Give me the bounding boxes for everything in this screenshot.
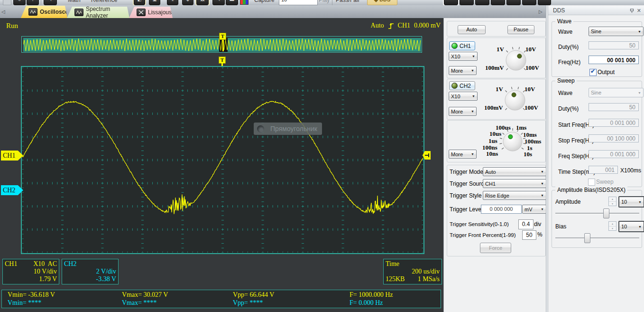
toolbar-play-button[interactable]: Play bbox=[319, 0, 330, 4]
ch2-probe-select[interactable]: X10▼ bbox=[449, 92, 478, 101]
ch1-probe-select[interactable]: X10▼ bbox=[449, 52, 478, 61]
bias-slider-track[interactable] bbox=[555, 237, 639, 239]
ch2-position-marker[interactable]: CH2 bbox=[1, 185, 23, 195]
toolbar-color-icon[interactable] bbox=[240, 0, 248, 5]
toolbar-button-pointer-icon[interactable]: ↖ bbox=[44, 0, 57, 5]
chevron-down-icon: ▼ bbox=[541, 194, 544, 197]
scope-waveform bbox=[22, 67, 423, 253]
toolbar-right-button-1[interactable] bbox=[444, 0, 458, 5]
amplitude-slider-track[interactable] bbox=[555, 213, 639, 214]
trigger-sensitivity-input[interactable]: 0.4 bbox=[518, 219, 534, 229]
ch1-enable-button[interactable]: CH1 bbox=[449, 41, 475, 50]
toolbar-button-minus-icon[interactable]: ▬ bbox=[226, 0, 238, 5]
toolbar-right-button-6[interactable] bbox=[522, 0, 536, 5]
dds-amp-bias-legend: Amplitude Bias(ISDS205X) bbox=[555, 187, 627, 193]
sweep-enable-checkbox[interactable]: ✔ bbox=[588, 179, 595, 186]
dds-output-checkbox[interactable]: ✔ bbox=[589, 69, 597, 76]
toolbar-button-save-icon[interactable]: ◈ bbox=[182, 0, 193, 5]
trigger-front-input[interactable]: 50 bbox=[522, 230, 536, 240]
toolbar-right-button-4[interactable] bbox=[491, 0, 505, 5]
spinner-down-icon[interactable]: ▼ bbox=[609, 227, 616, 231]
preview-trigger-marker[interactable]: T bbox=[219, 33, 226, 40]
tab-spectrum-analyzer[interactable]: Spectrum Analyzer bbox=[67, 7, 129, 18]
chevron-down-icon: ▼ bbox=[638, 200, 642, 204]
tab-lissajous[interactable]: Lissajous bbox=[129, 7, 173, 18]
spinner-up-icon[interactable]: ▲ bbox=[609, 197, 616, 202]
amplitude-slider-thumb[interactable] bbox=[603, 208, 609, 218]
trigger-mode-select[interactable]: Auto▼ bbox=[483, 167, 546, 176]
pin-icon[interactable] bbox=[630, 9, 634, 13]
toolbar-button-image-icon[interactable]: 🖼 bbox=[196, 0, 209, 5]
chevron-down-icon: ▼ bbox=[471, 69, 474, 72]
sweep-time-step-input[interactable]: 001 bbox=[589, 166, 618, 174]
dds-wave-select[interactable]: Sine▼ bbox=[589, 27, 644, 36]
chevron-down-icon: ▼ bbox=[638, 225, 642, 228]
toolbar-pass-fail-button[interactable]: Pass/Fail bbox=[336, 0, 359, 4]
toolbar-right-button-3[interactable] bbox=[475, 0, 489, 5]
trigger-style-select[interactable]: Rise Edge▼ bbox=[483, 191, 546, 200]
sweep-start-input[interactable]: 0 001 000 bbox=[589, 119, 639, 127]
sweep-stop-input[interactable]: 00 100 000 bbox=[589, 134, 639, 142]
toolbar-dds-button[interactable]: ◆ DDS bbox=[367, 0, 397, 5]
toolbar-button[interactable] bbox=[3, 0, 11, 5]
ch2-volts-div-knob[interactable] bbox=[500, 85, 530, 115]
toolbar-button-window-icon[interactable]: ▣ bbox=[149, 0, 160, 5]
spinner-down-icon[interactable]: ▼ bbox=[609, 202, 616, 206]
sweep-step-input[interactable]: 0 001 000 bbox=[589, 150, 639, 158]
ch1-info-scale: 10 V/div bbox=[5, 268, 57, 275]
toolbar-button-select-icon[interactable]: ↖ bbox=[212, 0, 225, 5]
toolbar-button-export-icon[interactable]: ↥ bbox=[167, 0, 178, 5]
sweep-wave-value: Sine bbox=[591, 90, 601, 95]
dds-panel-header[interactable]: DDS ✕ bbox=[548, 6, 644, 15]
force-button[interactable]: Force bbox=[480, 243, 511, 253]
ch2-enable-button[interactable]: CH2 bbox=[449, 81, 475, 90]
dds-duty-input[interactable]: 50 bbox=[589, 41, 639, 49]
sweep-duty-input[interactable]: 50 bbox=[589, 103, 639, 111]
sweep-wave-label: Wave bbox=[558, 90, 572, 96]
bias-slider-thumb[interactable] bbox=[584, 233, 590, 243]
toolbar-button-cursor-icon[interactable]: ↕ bbox=[27, 0, 39, 5]
toolbar-right-button-7[interactable] bbox=[538, 0, 551, 5]
sweep-wave-select[interactable]: Sine▼ bbox=[589, 88, 644, 97]
toolbar-button-display-icon[interactable]: ◧ bbox=[134, 0, 145, 5]
dds-freq-input[interactable]: 00 001 000 bbox=[589, 56, 639, 64]
tab-scroll-left-icon[interactable]: ◁ bbox=[1, 5, 5, 18]
bias-value: 10 bbox=[621, 224, 627, 229]
ch1-position-marker[interactable]: CH1 bbox=[1, 151, 23, 161]
ch2-more-label: More bbox=[451, 109, 463, 114]
ch1-volts-div-knob[interactable] bbox=[501, 45, 531, 76]
chevron-down-icon: ▼ bbox=[472, 95, 475, 98]
auto-button[interactable]: Auto bbox=[458, 25, 486, 34]
tab-oscilloscope[interactable]: Oscilloscope bbox=[21, 6, 67, 18]
pause-button[interactable]: Pause bbox=[507, 25, 534, 34]
spinner-up-icon[interactable]: ▲ bbox=[609, 222, 616, 227]
toolbar-right-button-5[interactable] bbox=[506, 0, 521, 5]
trigger-level-unit-select[interactable]: mV▼ bbox=[522, 205, 546, 214]
ch1-more-button[interactable]: More▼ bbox=[449, 66, 477, 75]
trigger-sensitivity-label: Trigger Sensitivity(0-1.0) bbox=[450, 221, 509, 227]
meas-ch2-freq: F= 0.000 Hz bbox=[350, 299, 383, 307]
time-info-scale: 200 us/div bbox=[386, 268, 440, 275]
time-div-knob[interactable] bbox=[497, 126, 528, 157]
time-more-button[interactable]: More▼ bbox=[449, 150, 477, 159]
toolbar-math-menu[interactable]: Math bbox=[68, 0, 81, 4]
trigger-source-select[interactable]: CH1▼ bbox=[483, 179, 546, 188]
dds-freq-label: Freq(Hz) bbox=[558, 59, 580, 66]
scope-plot[interactable]: Прямоугольник bbox=[21, 66, 424, 254]
amplitude-spinner[interactable]: ▲▼ bbox=[608, 197, 616, 206]
ch1-probe-value: X10 bbox=[451, 54, 460, 59]
bias-select[interactable]: 10▼ bbox=[618, 221, 644, 232]
toolbar-reference-menu[interactable]: Reference bbox=[91, 0, 117, 4]
meas-ch2-vpp: Vpp= **** bbox=[233, 299, 263, 307]
ch2-more-button[interactable]: More▼ bbox=[449, 107, 477, 116]
rise-edge-icon bbox=[388, 22, 394, 29]
bias-spinner[interactable]: ▲▼ bbox=[608, 221, 616, 231]
trigger-level-input[interactable]: 0 000 000 bbox=[481, 205, 522, 214]
capture-count-input[interactable]: 10 bbox=[279, 0, 318, 5]
toolbar-right-button-2[interactable] bbox=[460, 0, 474, 5]
tab-scroll-right-icon[interactable]: ▷ bbox=[539, 5, 543, 18]
close-icon[interactable]: ✕ bbox=[637, 6, 641, 15]
toolbar-button-probe-icon[interactable]: o bbox=[13, 0, 26, 5]
amplitude-select[interactable]: 10▼ bbox=[618, 196, 644, 208]
trigger-position-marker[interactable]: T bbox=[219, 57, 226, 64]
